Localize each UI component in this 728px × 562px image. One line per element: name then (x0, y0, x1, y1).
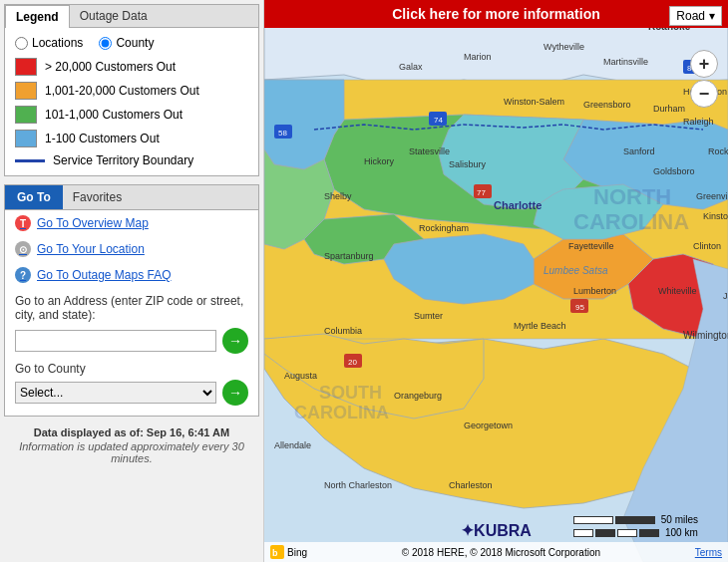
goto-county-select[interactable]: Select... (15, 382, 216, 404)
radio-locations-input[interactable] (15, 37, 28, 50)
svg-text:Spartanburg: Spartanburg (324, 251, 374, 261)
data-update-note: Information is updated approximately eve… (0, 440, 263, 470)
svg-text:Jacksonville: Jacksonville (723, 291, 728, 301)
outage-data-tab[interactable]: Outage Data (70, 5, 158, 27)
scale-line-km: 100 km (573, 527, 698, 538)
svg-text:Sumter: Sumter (414, 311, 443, 321)
svg-text:North Charleston: North Charleston (324, 480, 392, 490)
scale-seg-dark (615, 516, 655, 524)
svg-text:CAROLINA: CAROLINA (573, 209, 689, 234)
legend-item-green: 101-1,000 Customers Out (15, 106, 248, 124)
goto-address-desc: Go to an Address (enter ZIP code or stre… (5, 288, 258, 326)
map-type-control[interactable]: Road ▾ (669, 6, 722, 26)
svg-text:Greensboro: Greensboro (583, 100, 631, 110)
svg-text:Columbia: Columbia (324, 326, 362, 336)
svg-text:Clinton: Clinton (693, 241, 721, 251)
legend-tab[interactable]: Legend (5, 5, 70, 28)
scale-seg-km-dark2 (639, 529, 659, 537)
svg-text:Augusta: Augusta (284, 371, 317, 381)
svg-text:Hickory: Hickory (364, 156, 395, 166)
svg-text:Charleston: Charleston (449, 480, 493, 490)
svg-text:Myrtle Beach: Myrtle Beach (514, 321, 566, 331)
legend-color-blue (15, 130, 37, 147)
map-section[interactable]: Click here for more information Road ▾ +… (264, 0, 728, 562)
radio-locations-label: Locations (32, 36, 83, 50)
scale-line-miles: 50 miles (573, 514, 698, 525)
svg-text:Goldsboro: Goldsboro (653, 166, 695, 176)
svg-text:Allendale: Allendale (274, 440, 311, 450)
scale-miles-label: 50 miles (661, 514, 698, 525)
svg-text:Charlotte: Charlotte (494, 199, 542, 211)
svg-text:Lumberton: Lumberton (573, 286, 616, 296)
legend-label-orange: 1,001-20,000 Customers Out (45, 84, 199, 98)
map-copyright: © 2018 HERE, © 2018 Microsoft Corporatio… (402, 547, 600, 558)
svg-text:Galax: Galax (399, 62, 423, 72)
radio-row: Locations County (15, 36, 248, 50)
scale-seg-km-white (573, 529, 593, 537)
favorites-tab[interactable]: Favorites (63, 185, 132, 209)
radio-county[interactable]: County (99, 36, 154, 50)
svg-text:Sanford: Sanford (623, 146, 655, 156)
svg-text:NORTH: NORTH (593, 184, 671, 209)
legend-section: Legend Outage Data Locations County > 20… (4, 4, 259, 176)
svg-text:Georgetown: Georgetown (464, 421, 513, 430)
goto-address-button[interactable]: → (222, 328, 248, 354)
legend-label-green: 101-1,000 Customers Out (45, 108, 182, 122)
goto-tab[interactable]: Go To (5, 185, 63, 209)
scale-bar: 50 miles 100 km (573, 514, 698, 538)
svg-text:SOUTH: SOUTH (319, 383, 382, 403)
bing-icon: b (270, 545, 284, 559)
svg-text:95: 95 (575, 303, 584, 312)
legend-label-red: > 20,000 Customers Out (45, 60, 176, 74)
svg-text:Rockingham: Rockingham (419, 223, 469, 233)
zoom-in-button[interactable]: + (690, 50, 718, 78)
goto-county-row: Select... → (5, 378, 258, 410)
scale-km-label: 100 km (665, 527, 698, 538)
data-timestamp: Data displayed as of: Sep 16, 6:41 AM (0, 421, 263, 440)
bing-label: b Bing (270, 545, 307, 559)
goto-section: Go To Favorites T Go To Overview Map ⊙ G… (4, 184, 259, 417)
goto-overview-link[interactable]: T Go To Overview Map (5, 210, 258, 236)
goto-faq-link[interactable]: ? Go To Outage Maps FAQ (5, 262, 258, 288)
svg-text:Kinston: Kinston (703, 211, 728, 221)
radio-county-label: County (116, 36, 154, 50)
svg-text:20: 20 (348, 358, 357, 367)
goto-header: Go To Favorites (5, 185, 258, 210)
svg-text:74: 74 (434, 116, 443, 125)
bing-footer: b Bing © 2018 HERE, © 2018 Microsoft Cor… (264, 542, 728, 562)
legend-item-orange: 1,001-20,000 Customers Out (15, 82, 248, 100)
overview-map-icon: T (15, 215, 31, 231)
radio-county-input[interactable] (99, 37, 112, 50)
scale-seg-white (573, 516, 613, 524)
svg-text:b: b (272, 548, 278, 558)
map-svg: Roanoke Wytheville Marion Galax Martinsv… (264, 0, 728, 562)
goto-county-label: Go to County (5, 358, 258, 378)
svg-text:Martinsville: Martinsville (603, 57, 648, 67)
legend-color-orange (15, 82, 37, 100)
svg-text:Greenvi...: Greenvi... (696, 191, 728, 201)
svg-text:Marion: Marion (464, 52, 492, 62)
svg-text:Lumbee Satsa: Lumbee Satsa (544, 265, 608, 276)
map-terms-link[interactable]: Terms (695, 547, 722, 558)
radio-locations[interactable]: Locations (15, 36, 83, 50)
svg-text:77: 77 (477, 188, 486, 197)
svg-text:Shelby: Shelby (324, 191, 352, 201)
goto-address-input[interactable] (15, 330, 216, 352)
svg-text:Fayetteville: Fayetteville (568, 241, 614, 251)
goto-location-label: Go To Your Location (37, 242, 145, 256)
map-type-chevron-icon: ▾ (709, 9, 715, 23)
svg-text:Whiteville: Whiteville (658, 286, 697, 296)
legend-header: Legend Outage Data (5, 5, 258, 28)
svg-text:Orangeburg: Orangeburg (394, 391, 442, 401)
legend-label-blue: 1-100 Customers Out (45, 132, 160, 145)
boundary-label: Service Territory Boundary (53, 153, 193, 167)
faq-icon: ? (15, 267, 31, 283)
zoom-out-button[interactable]: − (690, 80, 718, 108)
svg-text:Wytheville: Wytheville (544, 42, 584, 52)
svg-text:Salisbury: Salisbury (449, 159, 487, 169)
zoom-controls: + − (690, 50, 718, 108)
map-click-banner[interactable]: Click here for more information (264, 0, 728, 28)
goto-county-button[interactable]: → (222, 380, 248, 406)
goto-overview-label: Go To Overview Map (37, 216, 149, 230)
goto-location-link[interactable]: ⊙ Go To Your Location (5, 236, 258, 262)
